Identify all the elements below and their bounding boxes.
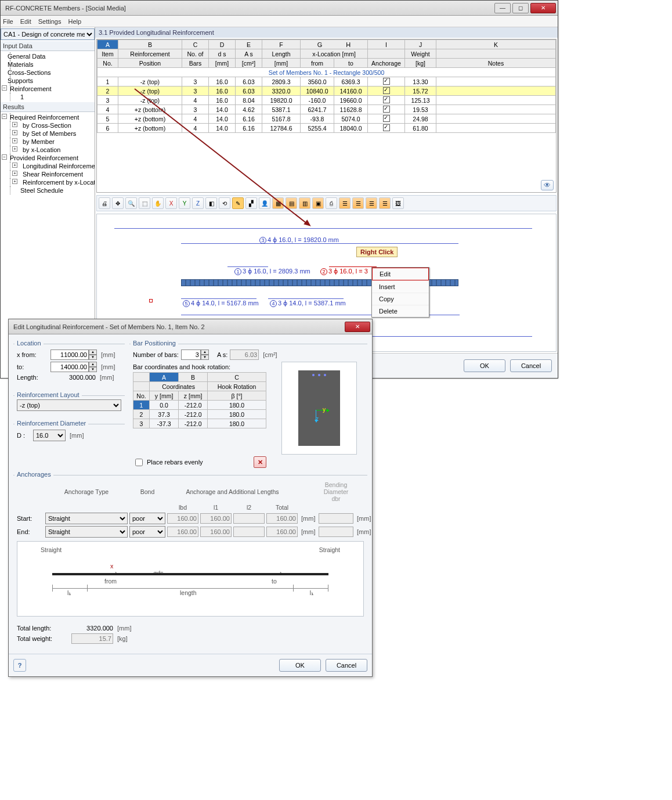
z-view-icon[interactable]: Z xyxy=(192,197,204,209)
render-d-icon[interactable]: ▣ xyxy=(312,197,324,209)
expand-icon[interactable]: + xyxy=(12,130,17,135)
end-type-select[interactable]: Straight xyxy=(45,526,128,538)
select-mode-icon[interactable]: ✎ xyxy=(232,197,244,209)
expand-icon[interactable]: − xyxy=(2,85,7,91)
tree-steel-schedule[interactable]: Steel Schedule xyxy=(1,186,95,194)
tree-cross-sections[interactable]: Cross-Sections xyxy=(1,69,95,77)
place-evenly-checkbox[interactable] xyxy=(135,459,143,466)
select-icon[interactable]: ✥ xyxy=(112,197,124,209)
table-row[interactable]: 3-z (top)416.08.0419820.0-160.019660.012… xyxy=(97,96,556,105)
col-J[interactable]: J xyxy=(405,40,436,49)
measure-icon[interactable]: ▞ xyxy=(245,197,257,209)
table-row[interactable]: 5+z (bottom)414.06.165167.8-93.85074.024… xyxy=(97,114,556,124)
num-bars-input[interactable]: ▲▼ xyxy=(181,349,209,360)
table-row[interactable]: 6+z (bottom)414.06.1612784.65255.418040.… xyxy=(97,124,556,133)
tree-provided[interactable]: −Provided Reinforcement xyxy=(1,154,95,162)
expand-icon[interactable]: + xyxy=(12,138,17,143)
dialog-close-button[interactable]: ✕ xyxy=(345,322,370,332)
diameter-select[interactable]: 16.0 xyxy=(33,430,66,441)
col-K[interactable]: K xyxy=(436,40,556,49)
menu-help[interactable]: Help xyxy=(68,18,81,25)
expand-icon[interactable]: + xyxy=(12,179,17,184)
expand-icon[interactable]: + xyxy=(12,171,17,176)
main-ok-button[interactable]: OK xyxy=(464,359,505,372)
ctx-delete[interactable]: Delete xyxy=(372,305,429,317)
col-E[interactable]: E xyxy=(236,40,262,49)
col-A[interactable]: A xyxy=(97,40,118,49)
tree-by-member[interactable]: +by Member xyxy=(1,138,95,146)
tree-shear-reinf[interactable]: +Shear Reinforcement xyxy=(1,170,95,178)
delete-bar-button[interactable]: ✕ xyxy=(254,456,266,468)
tree-reinforcement-1[interactable]: 1 xyxy=(1,93,95,101)
tree-by-x-location[interactable]: +by x-Location xyxy=(1,146,95,154)
maximize-button[interactable]: ◻ xyxy=(512,3,529,13)
dialog-cancel-button[interactable]: Cancel xyxy=(326,659,367,672)
y-view-icon[interactable]: Y xyxy=(179,197,190,209)
coord-table[interactable]: ABC CoordinatesHook Rotation No.y [mm]z … xyxy=(133,372,266,428)
expand-icon[interactable]: − xyxy=(2,154,7,160)
start-type-select[interactable]: Straight xyxy=(45,513,128,524)
col-F[interactable]: F xyxy=(262,40,301,49)
image-icon[interactable]: 🖼 xyxy=(392,197,404,209)
dialog-ok-button[interactable]: OK xyxy=(279,659,321,672)
col-GH[interactable]: G H xyxy=(301,40,368,49)
ctx-edit[interactable]: Edit xyxy=(372,268,429,280)
legend-c-icon[interactable]: ☰ xyxy=(366,197,377,209)
legend-d-icon[interactable]: ☰ xyxy=(379,197,391,209)
layout-select[interactable]: -z (top) xyxy=(17,399,121,411)
tree-general-data[interactable]: General Data xyxy=(1,52,95,60)
col-I[interactable]: I xyxy=(368,40,405,49)
table-row[interactable]: 3-37.3-212.0180.0 xyxy=(133,419,266,428)
ctx-copy[interactable]: Copy xyxy=(372,293,429,305)
tree-reinf-by-x[interactable]: +Reinforcement by x-Location xyxy=(1,178,95,186)
x-to-input[interactable]: ▲▼ xyxy=(50,362,97,372)
col-C[interactable]: C xyxy=(182,40,209,49)
x-from-input[interactable]: ▲▼ xyxy=(50,349,97,360)
table-row[interactable]: 2-z (top)316.06.033320.010840.014160.015… xyxy=(97,87,556,96)
dialog-titlebar[interactable]: Edit Longitudinal Reinforcement - Set of… xyxy=(9,319,372,334)
toggle-view-button[interactable]: 👁 xyxy=(541,180,554,190)
tree-supports[interactable]: Supports xyxy=(1,77,95,85)
menu-file[interactable]: File xyxy=(3,18,13,25)
legend-a-icon[interactable]: ☰ xyxy=(339,197,351,209)
table-row[interactable]: 1-z (top)316.06.032809.33560.06369.313.3… xyxy=(97,77,556,87)
set-row[interactable]: Set of Members No. 1 - Rectangle 300/500 xyxy=(97,68,556,77)
case-select[interactable]: CA1 - Design of concrete memb xyxy=(1,28,95,40)
tree-required[interactable]: −Required Reinforcement xyxy=(1,113,95,121)
window-titlebar[interactable]: RF-CONCRETE Members - [Social Media] — ◻… xyxy=(1,1,558,16)
tree-by-set[interactable]: +by Set of Members xyxy=(1,129,95,138)
render-c-icon[interactable]: ▥ xyxy=(299,197,310,209)
table-row[interactable]: 10.0-212.0180.0 xyxy=(133,401,266,410)
ctx-insert[interactable]: Insert xyxy=(372,280,429,293)
pdf-icon[interactable]: ⎙ xyxy=(326,197,337,209)
main-cancel-button[interactable]: Cancel xyxy=(510,359,552,372)
legend-b-icon[interactable]: ☰ xyxy=(352,197,364,209)
expand-icon[interactable]: + xyxy=(12,122,17,127)
hand-icon[interactable]: ✋ xyxy=(152,197,164,209)
close-button[interactable]: ✕ xyxy=(530,3,556,13)
tree-by-cross-section[interactable]: +by Cross-Section xyxy=(1,121,95,129)
end-bond-select[interactable]: poor xyxy=(129,526,165,538)
zoom-icon[interactable]: 🔍 xyxy=(125,197,137,209)
print-icon[interactable]: 🖨 xyxy=(99,197,110,209)
expand-icon[interactable]: + xyxy=(12,163,17,168)
minimize-button[interactable]: — xyxy=(494,3,511,13)
col-D[interactable]: D xyxy=(209,40,236,49)
tree-reinforcement[interactable]: −Reinforcement xyxy=(1,85,95,93)
results-grid[interactable]: A B C D E F G H I J K ItemReinforcementN… xyxy=(96,39,557,193)
help-button[interactable]: ? xyxy=(13,659,26,672)
col-B[interactable]: B xyxy=(118,40,182,49)
zoom-window-icon[interactable]: ⬚ xyxy=(139,197,150,209)
tree-long-reinf[interactable]: +Longitudinal Reinforcement xyxy=(1,162,95,170)
menu-edit[interactable]: Edit xyxy=(20,18,31,25)
expand-icon[interactable]: + xyxy=(12,146,17,152)
x-view-icon[interactable]: X xyxy=(165,197,177,209)
start-bond-select[interactable]: poor xyxy=(129,513,165,524)
expand-icon[interactable]: − xyxy=(2,114,7,119)
iso-view-icon[interactable]: ◧ xyxy=(205,197,217,209)
tree-materials[interactable]: Materials xyxy=(1,60,95,69)
table-row[interactable]: 237.3-212.0180.0 xyxy=(133,410,266,419)
menu-settings[interactable]: Settings xyxy=(38,18,62,25)
reset-view-icon[interactable]: ⟲ xyxy=(219,197,230,209)
user-icon[interactable]: 👤 xyxy=(259,197,270,209)
